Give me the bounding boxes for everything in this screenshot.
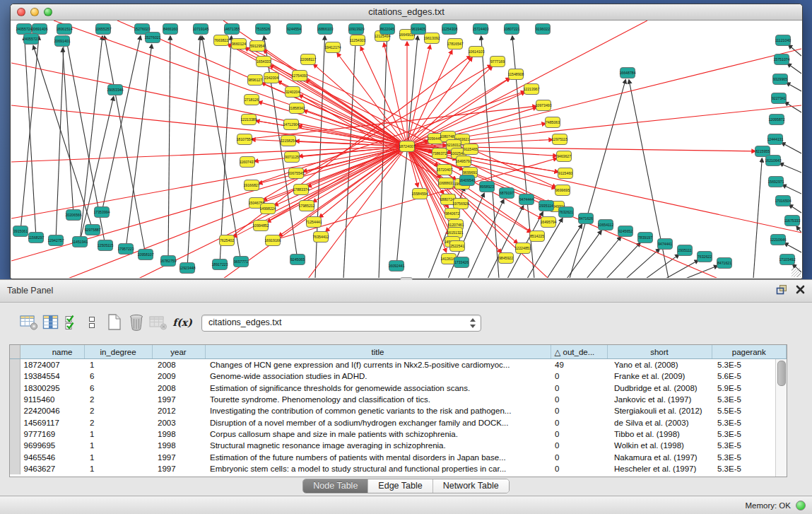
cell[interactable]: 1997 — [152, 451, 205, 462]
cell[interactable]: Estimation of significance thresholds fo… — [205, 382, 551, 394]
network-node[interactable]: 92975887 — [84, 225, 100, 235]
network-node[interactable]: 19613092 — [423, 33, 440, 44]
network-node[interactable]: 7625402 — [220, 235, 235, 246]
network-node[interactable]: 16648784 — [619, 68, 635, 78]
network-node[interactable]: 18107554 — [236, 134, 252, 145]
cell[interactable]: 0 — [551, 440, 607, 451]
network-node[interactable]: 11675333 — [784, 216, 801, 226]
tab-network-table[interactable]: Network Table — [433, 479, 509, 493]
network-node[interactable]: 12505115 — [98, 240, 114, 251]
delete-table-icon[interactable] — [148, 312, 169, 333]
cell[interactable]: de Silva et al. (2003) — [607, 416, 712, 428]
network-node[interactable]: 9845922 — [499, 253, 514, 264]
network-node[interactable]: 71254441 — [305, 217, 322, 228]
cell[interactable]: Wolkin et al. (1998) — [607, 440, 712, 451]
cell[interactable]: 2 — [84, 405, 152, 416]
network-node[interactable]: 11548908 — [508, 69, 524, 80]
network-node[interactable]: 12942757 — [47, 235, 64, 246]
column-header-in_degree[interactable]: in_degree — [84, 345, 152, 359]
cell[interactable]: Corpus callosum shape and size in male p… — [205, 428, 551, 440]
cell[interactable]: 1 — [84, 440, 152, 451]
network-node[interactable]: 24055721 — [23, 34, 39, 45]
network-node[interactable]: 8471626 — [579, 214, 594, 224]
network-node[interactable]: 15724403 — [472, 24, 488, 35]
network-node[interactable]: 17103492 — [779, 255, 795, 265]
network-node[interactable]: 7485063 — [546, 117, 560, 128]
network-node[interactable]: 17883374 — [293, 185, 309, 195]
cell[interactable]: 1997 — [152, 394, 205, 405]
cell[interactable]: Hescheler et al. (1997) — [607, 463, 712, 474]
cell[interactable]: 1 — [84, 451, 152, 462]
network-node[interactable]: 7386372 — [433, 148, 447, 159]
network-node[interactable]: 7632622 — [698, 252, 712, 262]
network-node[interactable]: 8958923 — [480, 182, 495, 192]
network-node[interactable]: 3915061 — [13, 226, 28, 237]
network-node[interactable]: 9474444 — [519, 194, 534, 205]
network-node[interactable]: 14671355 — [223, 24, 240, 35]
network-node[interactable]: 9699695 — [555, 185, 570, 196]
cell[interactable]: 1998 — [152, 428, 205, 440]
cell[interactable]: 19384554 — [20, 370, 84, 382]
network-node[interactable]: 16782759 — [160, 256, 176, 267]
cell[interactable]: 18724007 — [20, 359, 84, 371]
cell[interactable]: 0 — [551, 463, 607, 474]
network-node[interactable]: 9245652 — [618, 226, 633, 237]
cell[interactable]: 9465546 — [20, 451, 84, 462]
cell[interactable]: Jankovic et al. (1997) — [607, 394, 712, 405]
network-node[interactable]: 12975115 — [552, 134, 568, 145]
network-node[interactable]: 8622045 — [380, 24, 395, 35]
network-node[interactable]: 7632621 — [559, 207, 574, 218]
cell[interactable]: Embryonic stem cells: a model to study s… — [205, 463, 551, 474]
cell[interactable]: 22420046 — [20, 405, 84, 416]
column-header-title[interactable]: title — [205, 345, 551, 359]
tab-edge-table[interactable]: Edge Table — [368, 479, 433, 493]
cell[interactable]: 0 — [551, 370, 607, 382]
column-header-out_de[interactable]: △ out_de... — [551, 345, 607, 359]
network-node[interactable]: 9777169 — [490, 57, 505, 67]
network-node[interactable]: 6879197 — [500, 188, 514, 199]
select-rows-icon[interactable] — [61, 312, 83, 333]
cell[interactable]: Investigating the contribution of common… — [205, 405, 551, 416]
network-node[interactable]: 2522541 — [450, 241, 465, 252]
network-node[interactable]: 15720407 — [436, 165, 452, 175]
cell[interactable]: 18300295 — [20, 382, 84, 394]
network-node[interactable]: 1654333 — [257, 57, 271, 67]
network-node[interactable]: 19166827 — [243, 180, 259, 191]
network-node[interactable]: 10807221 — [503, 24, 519, 35]
column-header-year[interactable]: year — [152, 345, 205, 359]
cell[interactable]: 2003 — [152, 416, 205, 428]
cell[interactable]: 1997 — [152, 463, 205, 474]
cell[interactable]: Nakamura et al. (1997) — [607, 451, 712, 462]
table-selector-dropdown[interactable]: citations_edges.txt — [201, 315, 481, 332]
delete-icon[interactable] — [126, 312, 147, 333]
cell[interactable]: Structural magnetic resonance image aver… — [205, 440, 551, 451]
network-node[interactable]: 22158254 — [280, 136, 296, 146]
network-node[interactable]: 16919166 — [264, 235, 281, 246]
cell[interactable]: Dudbridge et al. (2008) — [607, 382, 712, 394]
table-row[interactable]: 946554611997Estimation of the future num… — [10, 451, 787, 462]
network-window-titlebar[interactable]: citations_edges.txt — [11, 4, 802, 21]
network-node[interactable]: 12444131 — [767, 134, 783, 145]
network-node[interactable]: 9245065 — [290, 255, 305, 265]
table-row[interactable]: 969969511998Structural magnetic resonanc… — [10, 440, 787, 451]
network-node[interactable]: 19412174 — [324, 42, 341, 53]
network-node[interactable]: 16866103 — [317, 24, 333, 35]
network-node[interactable]: 12210646 — [770, 235, 786, 245]
cell[interactable]: 2 — [84, 416, 152, 428]
cell[interactable]: Genome-wide association studies in ADHD. — [205, 370, 551, 382]
network-node[interactable]: 11451941 — [72, 237, 88, 247]
network-node[interactable]: 16495791 — [455, 156, 471, 167]
network-node[interactable]: 19756928 — [452, 199, 469, 209]
cell[interactable]: 6 — [84, 382, 152, 394]
network-node[interactable]: 9196022 — [536, 24, 551, 35]
network-node[interactable]: 9071125 — [285, 152, 300, 163]
table-row[interactable]: 1456911722003Disruption of a novel membe… — [10, 416, 787, 428]
table-settings-icon[interactable] — [18, 312, 40, 333]
select-column-icon[interactable] — [40, 312, 61, 333]
network-view[interactable]: 1872400776638229660124591295416543332342… — [11, 21, 801, 278]
network-node[interactable]: 16409540 — [459, 175, 475, 186]
network-node[interactable]: 20675545 — [288, 168, 304, 179]
table-row[interactable]: 911546021997Tourette syndrome. Phenomeno… — [10, 394, 787, 405]
network-node[interactable]: 9329965 — [773, 74, 788, 85]
cell[interactable]: Tibbo et al. (1998) — [607, 428, 712, 440]
